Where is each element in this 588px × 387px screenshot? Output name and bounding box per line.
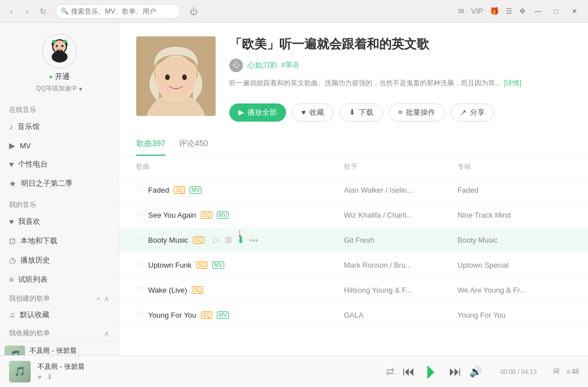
playlist-queue-button[interactable]: ≡ 48 [566,367,579,376]
tab-comments[interactable]: 评论450 [179,133,208,156]
diamond-icon: ♦ [49,73,52,81]
play-song-button[interactable]: ▷ [213,235,220,245]
playlist-info: 「欧美」听一遍就会跟着和的英文歌 心 心如刀割 #英语 听一遍就能跟着和的英文歌… [229,36,571,122]
np-info: 不及雨 - 张碧晨 ♥ ⬇ [37,362,368,381]
avatar[interactable] [43,34,77,68]
sidebar-item-play-history[interactable]: ◷ 播放历史 [0,251,119,270]
collapse-fav-button[interactable]: ∧ [104,329,110,338]
add-playlist-button[interactable]: + [96,294,100,303]
star-icon: ★ [9,179,16,188]
svg-point-15 [165,74,170,80]
heart-icon: ♥ [9,217,14,226]
download-icon: ⬇ [349,108,355,116]
lyrics-button[interactable]: 词 [551,367,562,376]
np-heart-btn[interactable]: ♥ [37,373,42,381]
svg-point-7 [56,45,58,47]
collapse-created-button[interactable]: ∧ [104,294,110,303]
shuffle-button[interactable]: ⇄ [386,365,394,378]
play-pause-button[interactable]: ⏵ [423,361,441,382]
song-col: ♡ Wake (Live) SQ [136,285,344,295]
mail-icon[interactable]: ✉ [456,6,467,16]
sidebar-item-personal-fm[interactable]: ♥ 个性电台 [0,155,119,174]
download-button[interactable]: ⬇ 下载 [339,103,383,122]
share-button[interactable]: ↗ 分享 [451,103,494,122]
like-button[interactable]: ♡ [136,235,144,245]
like-button[interactable]: ♡ [136,210,144,220]
badge-sq: SQ [192,286,203,294]
maximize-button[interactable]: □ [548,6,564,17]
collect-icon: ♥ [301,108,306,116]
like-button[interactable]: ♡ [136,285,144,295]
batch-button[interactable]: ≡ 批量操作 [389,103,446,122]
username[interactable]: ♦ 开通 [49,72,69,82]
close-button[interactable]: ✕ [566,6,582,17]
forward-button[interactable]: › [22,6,33,17]
search-icon: 🔍 [61,7,69,15]
sidebar-item-music-hall[interactable]: ♪ 音乐馆 [0,117,119,136]
win-controls: ✉ VIP 🎁 ☰ ✥ — □ ✕ [456,6,582,17]
sidebar-track-info: 不及雨 - 张碧晨 ♥ ⬇ [30,346,114,355]
like-button[interactable]: ♡ [136,310,144,320]
refresh-button[interactable]: ↻ [37,6,49,17]
time-label: 00:00 / 04:13 [500,368,536,375]
artist-col: Git Fresh [344,236,457,244]
song-list: ♡ Faded SQMV Alan Walker / Iselin... Fad… [119,178,588,328]
search-input[interactable] [71,7,175,15]
sidebar-track-title: 不及雨 - 张碧晨 [30,346,114,355]
album-col: Young For You [457,311,571,319]
song-title: Wake (Live) [148,286,187,294]
batch-icon: ≡ [398,108,403,116]
playlist-actions: ▶ 播放全部 ♥ 收藏 ⬇ 下载 ≡ 批量操作 [229,103,571,122]
online-music-section-label: 在线音乐 [0,98,119,117]
badge-sq: SQ [174,186,185,194]
table-row: ♡ Young For You SQMV GALA Young For You [119,303,588,328]
download-song-button[interactable]: ↓ ⬇ [237,234,245,246]
my-created-section: 我创建的歌单 + ∧ [0,289,119,306]
svg-point-9 [52,40,56,43]
table-row: ♡ Uptown Funk SQMV Mark Ronson / Bru... … [119,253,588,278]
sidebar-now-playing: 🎵 不及雨 - 张碧晨 ♥ ⬇ [0,340,119,355]
artist-col: Alan Walker / Iselin... [344,186,457,194]
song-col: ♡ Faded SQMV [136,185,344,195]
play-all-button[interactable]: ▶ 播放全部 [229,103,286,122]
sidebar-item-favorite[interactable]: ♥ 我喜欢 [0,212,119,231]
title-bar: ‹ › ↻ 🔍 ⏻ ✉ VIP 🎁 ☰ ✥ — □ ✕ [0,0,588,23]
playlist-author[interactable]: 心如刀割 [247,60,277,70]
sidebar-item-trial-list[interactable]: ≡ 试听列表 [0,270,119,289]
tab-songs[interactable]: 歌曲397 [136,133,165,156]
gift-icon[interactable]: 🎁 [488,6,501,16]
table-row: ♡ Wake (Live) SQ Hillsong Young & F... W… [119,278,588,303]
search-bar[interactable]: 🔍 [56,4,180,19]
vip-label[interactable]: VIP [469,6,485,16]
sidebar-item-mv[interactable]: ▶ MV [0,136,119,155]
playlist-description-row: 听一遍就能跟着和的英文歌曲。洗脑功力挺强的，当然不是鬼畜的那种洗脑，而且因为简.… [229,78,571,97]
power-icon[interactable]: ⏻ [190,7,198,16]
fullscreen-icon[interactable]: ✥ [517,6,528,16]
vip-accelerate: QQ等级加速中 ● [36,84,83,93]
detail-link[interactable]: [详情] [504,78,522,88]
prev-button[interactable]: ⏮ [402,364,415,379]
next-button[interactable]: ⏭ [449,364,461,379]
minimize-button[interactable]: — [530,6,546,17]
np-download-btn[interactable]: ⬇ [47,373,53,381]
album-col: Nine Track Mind [457,211,571,219]
play-icon: ▶ [238,108,244,116]
main-layout: ♦ 开通 QQ等级加速中 ● 在线音乐 ♪ 音乐馆 ▶ MV ♥ 个性电台 ★ … [0,23,588,355]
history-icon: ◷ [9,256,16,265]
sidebar-item-default-collect[interactable]: ♫ 默认收藏 [0,306,119,324]
sidebar-item-tomorrow-son[interactable]: ★ 明日之子第二季 [0,174,119,193]
song-col: ♡ Young For You SQMV [136,310,344,320]
back-button[interactable]: ‹ [6,6,17,17]
like-button[interactable]: ♡ [136,260,144,270]
col-header-song: 歌曲 [136,162,344,172]
like-button[interactable]: ♡ [136,185,144,195]
menu-icon[interactable]: ☰ [503,6,515,16]
more-options-button[interactable]: ••• [249,235,258,245]
collect-button[interactable]: ♥ 收藏 [292,103,334,122]
sidebar-item-local-download[interactable]: ⊡ 本地和下载 [0,231,119,251]
add-to-queue-button[interactable]: ⊞ [225,235,232,245]
volume-button[interactable]: 🔊 [469,365,482,378]
my-fav-section: 我收藏的歌单 ∧ [0,324,119,340]
note-icon: ♫ [9,310,15,319]
svg-point-10 [64,40,67,43]
